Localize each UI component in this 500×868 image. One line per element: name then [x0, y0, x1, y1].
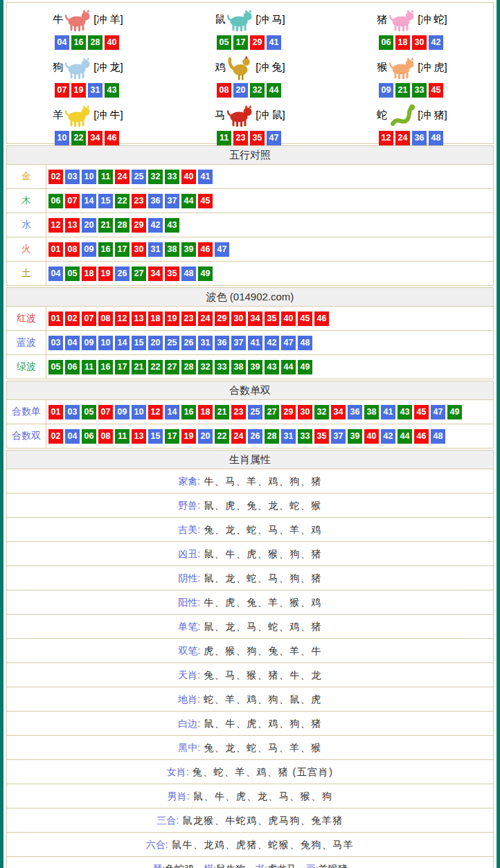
number-badge: 43 [105, 83, 119, 98]
number-row-values: 05061116172122272832333839434449 [46, 355, 314, 379]
number-badge: 45 [298, 311, 312, 326]
number-badge: 25 [165, 336, 179, 350]
attribute-content: 蛇、羊、鸡、狗、鼠、虎 [204, 694, 322, 705]
number-badge: 36 [412, 131, 427, 145]
number-badge: 42 [148, 218, 163, 233]
number-badge: 01 [48, 405, 63, 419]
attribute-row: 女肖:兔、蛇、羊、鸡、猪 (五宫肖) [7, 759, 493, 784]
attribute-content: 兔蛇鸡 [165, 863, 194, 868]
number-badge: 47 [431, 405, 445, 419]
zodiac-section: 牛[冲 羊] 04162840 鼠[冲 马] 05172941 猪[冲 蛇] 0… [6, 2, 494, 144]
attribute-content: 鼠、龙、蛇、马、狗、猪 [204, 572, 322, 584]
number-row-label: 合数双 [7, 424, 46, 448]
number-badge: 34 [331, 405, 346, 419]
attribute-label: 女肖: [167, 766, 189, 777]
attribute-content: 鼠牛、龙鸡、虎猪、蛇猴、兔狗、马羊 [172, 839, 355, 850]
rat-image [226, 6, 255, 33]
number-badge: 30 [298, 405, 312, 419]
number-badge: 01 [48, 311, 63, 326]
number-badge: 20 [198, 429, 213, 444]
number-row-values: 0103050709101214161821232527293032343638… [46, 400, 464, 424]
five-elements-rows: 金 02031011242532334041 木 060714152223363… [7, 164, 493, 285]
number-row: 蓝波 03040910141520252631363741424748 [7, 330, 493, 354]
number-badge: 18 [395, 35, 410, 50]
number-badge: 40 [281, 311, 296, 326]
attribute-label: 阴性: [178, 572, 200, 584]
zodiac-cell: 蛇[冲 猪] 12243648 [331, 98, 493, 146]
number-badge: 01 [48, 242, 63, 257]
zodiac-clash-label: [冲 马] [256, 13, 285, 26]
attribute-row: 野兽:鼠、虎、兔、龙、蛇、猴 [7, 493, 493, 517]
attribute-row: 阴性:鼠、龙、蛇、马、狗、猪 [7, 566, 493, 590]
zodiac-reference-page: 牛[冲 羊] 04162840 鼠[冲 马] 05172941 猪[冲 蛇] 0… [0, 0, 500, 868]
number-badge: 25 [248, 405, 262, 419]
number-badge: 43 [265, 360, 279, 374]
number-badge: 16 [98, 242, 113, 257]
attribute-content: 兔、龙、蛇、马、羊、猴 [204, 742, 322, 753]
number-badge: 42 [381, 429, 395, 444]
number-row: 金 02031011242532334041 [7, 164, 493, 188]
attribute-row: 凶丑:鼠、牛、虎、猴、狗、猪 [7, 541, 493, 566]
number-badge: 30 [412, 35, 427, 50]
number-row-label: 水 [7, 213, 46, 237]
number-badge: 25 [132, 170, 146, 184]
number-badge: 44 [267, 83, 281, 98]
number-row-label: 土 [7, 262, 46, 285]
zodiac-numbers: 06183042 [331, 34, 493, 51]
attribute-label: 天肖: [178, 669, 200, 680]
attribute-row: 天肖:兔、马、猴、猪、牛、龙 [7, 662, 493, 687]
number-badge: 29 [281, 405, 296, 419]
attribute-content: 鼠、虎、兔、龙、蛇、猴 [204, 500, 322, 511]
number-badge: 37 [331, 429, 346, 444]
zodiac-name-line: 猪[冲 蛇] [331, 5, 493, 34]
number-badge: 48 [298, 336, 312, 350]
number-badge: 43 [398, 405, 412, 419]
number-badge: 13 [132, 311, 146, 326]
number-badge: 07 [82, 311, 96, 326]
number-badge: 14 [165, 405, 179, 419]
number-badge: 47 [281, 336, 296, 350]
number-badge: 29 [250, 35, 265, 50]
number-badge: 26 [115, 266, 130, 281]
zodiac-name-line: 狗[冲 龙] [7, 53, 169, 82]
number-badge: 24 [231, 429, 246, 444]
number-row-values: 04051819262734354849 [46, 262, 215, 285]
number-badge: 34 [88, 131, 102, 145]
attribute-content: 虎龙马 [267, 863, 296, 868]
number-badge: 39 [248, 360, 262, 374]
zodiac-clash-label: [冲 猪] [418, 109, 447, 122]
number-badge: 33 [165, 170, 179, 184]
number-badge: 23 [181, 311, 196, 326]
number-row: 绿波 05061116172122272832333839434449 [7, 354, 493, 379]
number-badge: 46 [105, 131, 119, 145]
number-badge: 40 [364, 429, 379, 444]
attribute-content: 兔、马、猴、猪、牛、龙 [204, 669, 322, 680]
zodiac-attributes-title: 生肖属性 [7, 451, 493, 469]
zodiac-clash-label: [冲 蛇] [418, 13, 447, 26]
attribute-label: 双笔: [178, 645, 200, 656]
attribute-row: 吉美:兔、龙、蛇、马、羊、鸡 [7, 517, 493, 541]
number-badge: 15 [98, 194, 113, 208]
number-badge: 46 [414, 429, 429, 444]
number-badge: 08 [98, 311, 113, 326]
attribute-label: 地肖: [178, 694, 200, 705]
number-badge: 09 [379, 83, 393, 98]
zodiac-clash-label: [冲 龙] [93, 61, 123, 74]
number-badge: 30 [231, 311, 246, 326]
number-badge: 35 [165, 266, 179, 281]
attribute-label: 三合: [157, 815, 179, 826]
number-badge: 17 [165, 429, 179, 444]
number-badge: 33 [215, 360, 229, 374]
number-badge: 12 [148, 405, 163, 419]
attribute-content: 牛、马、羊、鸡、狗、猪 [204, 476, 322, 487]
number-badge: 05 [48, 360, 63, 374]
attribute-row: 双笔:虎、猴、狗、兔、羊、牛 [7, 638, 493, 662]
number-badge: 14 [82, 194, 96, 208]
number-badge: 11 [217, 131, 231, 145]
number-badge: 19 [71, 83, 86, 98]
zodiac-name: 羊 [53, 109, 63, 122]
number-badge: 29 [132, 218, 146, 233]
number-badge: 23 [231, 405, 246, 419]
attribute-label: 黑中: [178, 742, 200, 753]
number-badge: 41 [248, 336, 262, 350]
